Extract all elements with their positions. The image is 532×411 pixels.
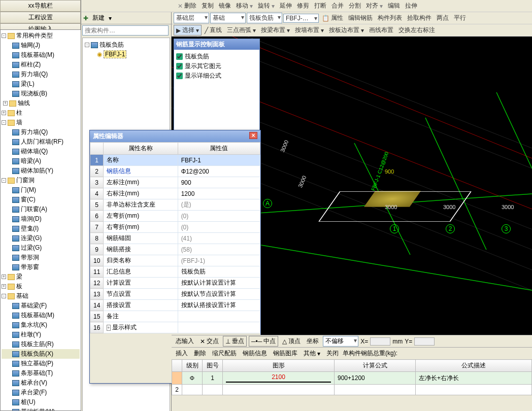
property-row[interactable]: 4右标注(mm)1200 <box>90 188 260 199</box>
tree-item[interactable]: 基础板带(W) <box>2 407 80 411</box>
property-row[interactable]: 1名称FBFJ-1 <box>90 155 260 166</box>
tree-item[interactable]: 窗(C) <box>2 195 80 204</box>
property-row[interactable]: 6左弯折(mm)(0) <box>90 211 260 222</box>
tree-doorwin[interactable]: 门窗洞 <box>16 176 35 185</box>
align-button[interactable]: 对齐 ▾ <box>364 1 385 11</box>
tree-item[interactable]: 过梁(G) <box>2 243 80 253</box>
rotate-button[interactable]: 旋转 ▾ <box>256 1 277 11</box>
pick-button[interactable]: 拾取构件 <box>405 13 434 23</box>
collapse-icon[interactable]: - <box>2 120 6 125</box>
search-input[interactable] <box>82 25 169 36</box>
merge-button[interactable]: 合并 <box>329 1 346 11</box>
tree-columns[interactable]: 柱 <box>16 109 22 117</box>
break-button[interactable]: 打断 <box>312 1 328 11</box>
base-combo[interactable]: 基础 <box>210 13 246 23</box>
parallel-button[interactable]: 平行 <box>452 13 468 23</box>
tree-beam[interactable]: 梁 <box>16 272 22 281</box>
tree-item[interactable]: 剪力墙(Q) <box>2 127 80 137</box>
line-button[interactable]: ╱ 直线 <box>203 25 224 35</box>
tree-item-selected[interactable]: FBFJ-1 <box>104 50 126 58</box>
y-input[interactable] <box>414 337 435 346</box>
nav-tab-top[interactable]: xx导航栏 <box>0 0 81 12</box>
trim-button[interactable]: 修剪 <box>295 1 311 11</box>
snap-top[interactable]: △ 顶点 <box>280 336 303 346</box>
layer-combo[interactable]: 基础层 <box>174 13 209 23</box>
delete-button[interactable]: ✕ 删除 <box>176 1 198 11</box>
tree-item[interactable]: 桩承台(V) <box>2 378 80 388</box>
new-button[interactable]: 新建 <box>90 13 107 23</box>
expand-icon[interactable]: + <box>107 325 110 331</box>
tree-item[interactable]: 框柱(Z) <box>2 60 80 70</box>
chk-fbneg[interactable]: 筏板负筋 <box>176 52 257 61</box>
tree-item[interactable]: 现浇板(B) <box>2 89 80 98</box>
delete-row-button[interactable]: 删除 <box>192 349 208 358</box>
expand-icon[interactable]: + <box>2 275 6 279</box>
tree-item[interactable]: 墙洞(D) <box>2 214 80 224</box>
swap-button[interactable]: 交换左右标注 <box>396 25 437 35</box>
tree-root[interactable]: 常用构件类型 <box>16 31 53 40</box>
property-row[interactable]: 5非单边标注含支座(是) <box>90 199 260 211</box>
rebar-lib-button[interactable]: 钢筋图库 <box>271 349 300 358</box>
snap-cross[interactable]: ✕ 交点 <box>198 336 221 346</box>
rebar-result-table[interactable]: 级别 图号 图形 计算公式 公式描述 Φ 1 2100 900+1200 左净长… <box>172 359 532 395</box>
tree-item[interactable]: 连梁(G) <box>2 233 80 243</box>
snap-mid[interactable]: ─•─ 中点 <box>249 336 278 347</box>
snap-perp[interactable]: ⊥ 垂点 <box>223 336 247 347</box>
collapse-icon[interactable]: - <box>2 178 6 183</box>
collapse-icon[interactable]: - <box>85 43 89 47</box>
tree-item[interactable]: 轴网(J) <box>2 41 80 50</box>
tree-item[interactable]: 基础梁(F) <box>2 301 80 311</box>
tree-item[interactable]: 暗梁(A) <box>2 156 80 166</box>
tree-item[interactable]: 筏板负筋(X) <box>2 349 80 359</box>
tree-item[interactable]: 人防门框墙(RF) <box>2 137 80 147</box>
tree-item[interactable]: 砌体墙(Q) <box>2 147 80 156</box>
tree-root-item[interactable]: 筏板负筋 <box>99 41 124 49</box>
comp-list-button[interactable]: 构件列表 <box>376 13 404 23</box>
attr-button[interactable]: 📋 属性 <box>320 13 345 23</box>
x-input[interactable] <box>370 337 390 346</box>
collapse-icon[interactable]: - <box>2 294 6 298</box>
expand-icon[interactable]: + <box>3 101 8 106</box>
tree-axes[interactable]: 轴线 <box>18 99 30 108</box>
table-row[interactable]: Φ 1 2100 900+1200 左净长+右净长 <box>172 372 532 385</box>
property-row[interactable]: 12计算设置按默认计算设置计算 <box>90 278 260 289</box>
property-row[interactable]: 13节点设置按默认节点设置计算 <box>90 289 260 300</box>
tree-item[interactable]: 门(M) <box>2 185 80 195</box>
copy-button[interactable]: 复制 <box>200 1 216 11</box>
code-combo[interactable]: FBFJ-… <box>283 14 319 23</box>
insert-button[interactable]: 插入 <box>174 349 190 358</box>
property-table[interactable]: 属性名称属性值 1名称FBFJ-12钢筋信息Φ12@2003左标注(mm)900… <box>90 142 260 333</box>
property-row[interactable]: 11汇总信息筏板负筋 <box>90 266 260 278</box>
property-row[interactable]: 9钢筋搭接(58) <box>90 244 260 255</box>
property-row[interactable]: 2钢筋信息Φ12@200 <box>90 166 260 177</box>
property-row[interactable]: 10归类名称(FBFJ-1) <box>90 255 260 266</box>
tree-wall[interactable]: 墙 <box>16 118 22 127</box>
by-edge-button[interactable]: 按板边布置 ▾ <box>327 25 366 35</box>
tree-item[interactable]: 壁龛(I) <box>2 224 80 233</box>
property-row[interactable]: 16+ 显示样式 <box>90 322 260 333</box>
dyn-input-button[interactable]: 态输入 <box>174 336 196 346</box>
tree-slab[interactable]: 板 <box>16 282 22 291</box>
property-row[interactable]: 7右弯折(mm)(0) <box>90 222 260 233</box>
edit-rebar-button[interactable]: 编辑钢筋 <box>346 13 375 23</box>
collapse-icon[interactable]: - <box>2 33 6 38</box>
close-btm-button[interactable]: 关闭 <box>324 349 341 358</box>
other-button[interactable]: 其他 ▾ <box>302 349 322 358</box>
tree-item[interactable]: 筏板基础(M) <box>2 50 80 60</box>
close-button[interactable]: × <box>249 132 257 139</box>
tree-item[interactable]: 承台梁(F) <box>2 388 80 397</box>
two-pt-button[interactable]: 两点 <box>435 13 451 23</box>
property-row[interactable]: 15备注 <box>90 311 260 322</box>
property-row[interactable]: 3左标注(mm)900 <box>90 177 260 188</box>
split-button[interactable]: 分割 <box>347 1 363 11</box>
tree-item[interactable]: 集水坑(K) <box>2 320 80 330</box>
offset-combo[interactable]: 不偏移 <box>323 336 358 347</box>
tree-item[interactable]: 带形窗 <box>2 262 80 272</box>
by-wall-button[interactable]: 按墙布置 ▾ <box>293 25 326 35</box>
component-type-tree[interactable]: -常用构件类型 轴网(J)筏板基础(M)框柱(Z)剪力墙(Q)梁(L)现浇板(B… <box>0 29 81 411</box>
by-beam-button[interactable]: 按梁布置 ▾ <box>259 25 292 35</box>
tree-item[interactable]: 独立基础(P) <box>2 359 80 368</box>
tree-item[interactable]: 条形基础(T) <box>2 368 80 378</box>
scale-button[interactable]: 缩尺配筋 <box>210 349 239 358</box>
tree-item[interactable]: 带形洞 <box>2 253 80 262</box>
